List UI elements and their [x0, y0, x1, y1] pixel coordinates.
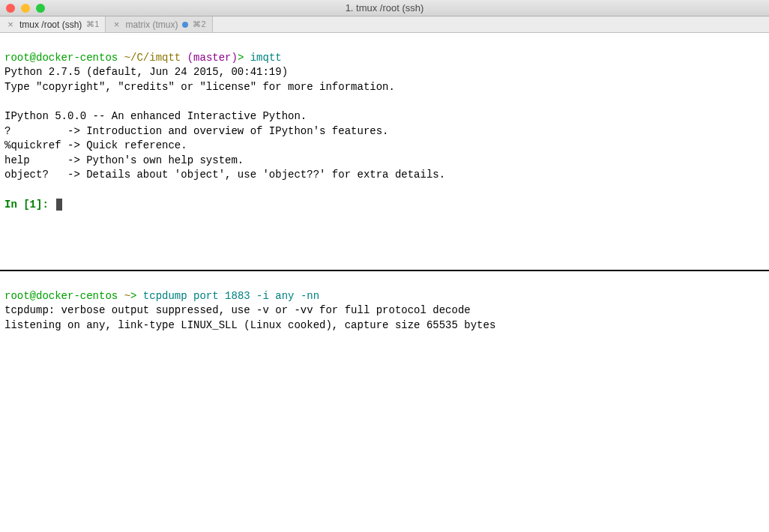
- tab-matrix[interactable]: × matrix (tmux) ⌘2: [106, 16, 212, 32]
- prompt-sep: >: [238, 52, 244, 64]
- terminal-line: ? -> Introduction and overview of IPytho…: [4, 125, 388, 137]
- cursor-icon: [56, 199, 62, 211]
- close-tab-icon[interactable]: ×: [6, 19, 15, 30]
- close-tab-icon[interactable]: ×: [112, 19, 121, 30]
- tab-tmux-root[interactable]: × tmux /root (ssh) ⌘1: [0, 16, 106, 32]
- prompt-user: root@docker-centos: [4, 52, 118, 64]
- tab-shortcut: ⌘2: [193, 19, 205, 29]
- ipython-prompt-num: 1: [30, 199, 36, 211]
- terminal-pane-top[interactable]: root@docker-centos ~/C/imqtt (master)> i…: [0, 33, 769, 270]
- command-text: tcpdump port 1883 -i any -nn: [143, 290, 319, 302]
- maximize-window-button[interactable]: [36, 4, 45, 13]
- terminal-line: listening on any, link-type LINUX_SLL (L…: [4, 319, 495, 331]
- terminal-line: %quickref -> Quick reference.: [4, 139, 187, 151]
- prompt-path: ~: [124, 290, 130, 302]
- minimize-window-button[interactable]: [21, 4, 30, 13]
- ipython-prompt-close: ]:: [36, 199, 55, 211]
- close-window-button[interactable]: [6, 4, 15, 13]
- command-text: imqtt: [250, 52, 282, 64]
- activity-dot-icon: [182, 22, 188, 28]
- prompt-path: ~/C/imqtt: [124, 52, 181, 64]
- traffic-lights: [0, 4, 45, 13]
- tab-label: tmux /root (ssh): [19, 19, 82, 30]
- prompt-user: root@docker-centos: [4, 290, 118, 302]
- prompt-branch: (master): [187, 52, 238, 64]
- terminal-line: tcpdump: verbose output suppressed, use …: [4, 304, 471, 316]
- window-titlebar: 1. tmux /root (ssh): [0, 0, 769, 16]
- tabbar: × tmux /root (ssh) ⌘1 × matrix (tmux) ⌘2: [0, 16, 769, 33]
- terminal-line: IPython 5.0.0 -- An enhanced Interactive…: [4, 110, 307, 122]
- terminal-line: help -> Python's own help system.: [4, 154, 244, 166]
- tab-shortcut: ⌘1: [86, 19, 99, 29]
- terminal-pane-bottom[interactable]: root@docker-centos ~> tcpdump port 1883 …: [0, 271, 769, 531]
- window-title: 1. tmux /root (ssh): [346, 2, 424, 13]
- ipython-prompt-in: In [: [4, 199, 30, 211]
- prompt-sep: >: [130, 290, 136, 302]
- terminal-line: Python 2.7.5 (default, Jun 24 2015, 00:4…: [4, 66, 288, 78]
- terminal-line: Type "copyright", "credits" or "license"…: [4, 81, 395, 93]
- terminal-line: object? -> Details about 'object', use '…: [4, 169, 445, 181]
- tab-label: matrix (tmux): [125, 19, 178, 30]
